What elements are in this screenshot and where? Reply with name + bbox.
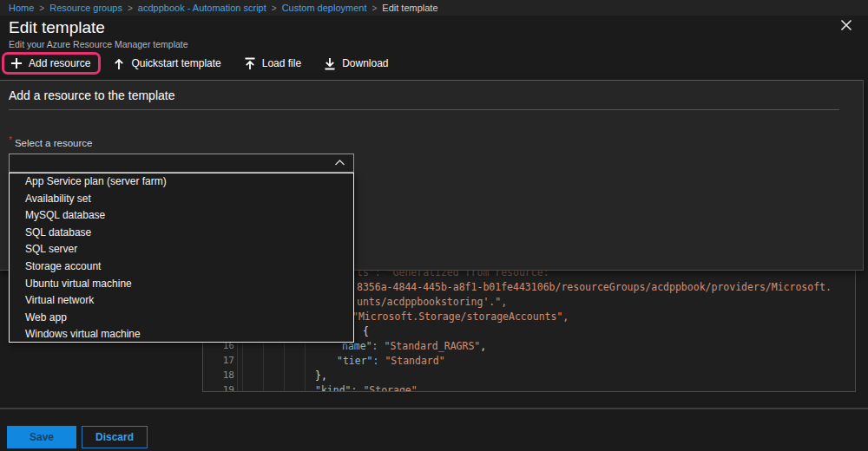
breadcrumb-resource-groups[interactable]: Resource groups	[49, 3, 122, 13]
dropdown-item-app-service-plan[interactable]: App Service plan (server farm)	[10, 173, 353, 191]
breadcrumb-current: Edit template	[382, 3, 437, 13]
breadcrumb-separator: >	[372, 3, 377, 13]
resource-dropdown-list: App Service plan (server farm) Availabil…	[9, 173, 354, 343]
save-button[interactable]: Save	[7, 426, 76, 448]
page-title: Edit template	[9, 18, 105, 37]
chevron-up-icon	[334, 159, 345, 167]
download-button[interactable]: Download	[324, 57, 388, 70]
code-line: unts/acdppbookstoring'.",	[357, 296, 507, 308]
arrow-up-icon	[113, 57, 125, 70]
required-marker: *	[9, 135, 12, 145]
code-line: {	[363, 325, 369, 337]
breadcrumb-separator: >	[272, 3, 277, 13]
add-resource-label: Add resource	[29, 57, 90, 69]
dropdown-item-web-app[interactable]: Web app	[10, 310, 353, 327]
dropdown-item-mysql-database[interactable]: MySQL database	[10, 207, 353, 225]
breadcrumb-automation-script[interactable]: acdppbook - Automation script	[138, 3, 266, 13]
breadcrumb-home[interactable]: Home	[9, 3, 34, 13]
panel-title: Add a resource to the template	[9, 88, 174, 102]
plus-icon	[10, 57, 23, 69]
panel-divider	[9, 109, 839, 110]
discard-button[interactable]: Discard	[82, 426, 148, 448]
breadcrumb-separator: >	[39, 3, 44, 13]
toolbar: Add resource Quickstart template Load fi…	[0, 50, 411, 76]
dropdown-item-ubuntu-vm[interactable]: Ubuntu virtual machine	[10, 276, 353, 293]
code-line: 8356a-4844-445b-a8f1-b01fe443106b/resour…	[357, 281, 832, 293]
download-icon	[324, 57, 336, 70]
edit-template-page: Home > Resource groups > acdppbook - Aut…	[0, 0, 868, 451]
code-line: "kind": "Storage",	[315, 384, 424, 392]
line-number: 19	[208, 384, 234, 392]
dropdown-item-sql-database[interactable]: SQL database	[10, 225, 353, 242]
upload-icon	[244, 57, 256, 70]
breadcrumb-separator: >	[128, 3, 133, 13]
code-line: },	[315, 369, 327, 382]
page-subtitle: Edit your Azure Resource Manager templat…	[9, 39, 188, 49]
line-number: 17	[208, 355, 234, 367]
footer-divider	[0, 408, 868, 409]
resource-select[interactable]	[9, 154, 354, 173]
dropdown-item-virtual-network[interactable]: Virtual network	[10, 292, 353, 310]
code-line: "tier": "Standard"	[337, 355, 445, 367]
dropdown-item-sql-server[interactable]: SQL server	[10, 241, 353, 258]
close-button[interactable]	[837, 16, 856, 35]
code-line: name": "Standard_RAGRS",	[342, 340, 486, 352]
breadcrumb: Home > Resource groups > acdppbook - Aut…	[0, 0, 868, 16]
download-label: Download	[342, 57, 388, 69]
select-resource-label: *Select a resource	[9, 135, 92, 148]
code-line: "Microsoft.Storage/storageAccounts",	[352, 310, 569, 323]
load-file-label: Load file	[262, 57, 301, 69]
quickstart-template-label: Quickstart template	[131, 57, 220, 69]
dropdown-item-availability-set[interactable]: Availability set	[10, 191, 353, 208]
quickstart-template-button[interactable]: Quickstart template	[113, 57, 220, 70]
close-icon	[840, 19, 852, 31]
add-resource-button[interactable]: Add resource	[10, 57, 90, 69]
dropdown-item-windows-vm[interactable]: Windows virtual machine	[10, 326, 353, 343]
add-resource-panel: Add a resource to the template *Select a…	[0, 80, 864, 271]
load-file-button[interactable]: Load file	[244, 57, 301, 70]
breadcrumb-custom-deployment[interactable]: Custom deployment	[282, 3, 367, 13]
line-number: 18	[208, 369, 234, 382]
add-resource-highlight: Add resource	[2, 52, 101, 75]
dropdown-item-storage-account[interactable]: Storage account	[10, 258, 353, 276]
